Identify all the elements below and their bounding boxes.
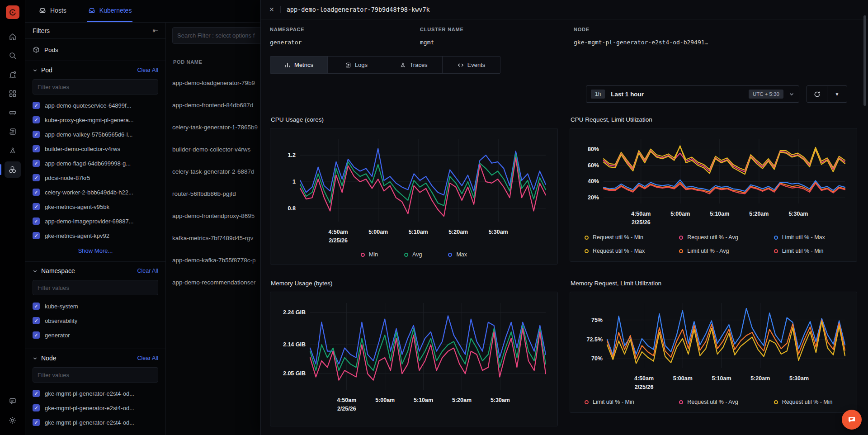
filters-title: Filters <box>33 27 50 34</box>
collapse-panel-icon[interactable]: ⇤ <box>152 27 158 35</box>
legend-item[interactable]: Request util % - Avg <box>679 234 738 241</box>
legend-item[interactable]: Max <box>448 251 467 258</box>
checkbox-checked-icon[interactable] <box>33 189 40 196</box>
filter-option-label: app-demo-valkey-575b6565d6-l... <box>45 131 132 138</box>
traces-compass-icon[interactable] <box>5 142 21 159</box>
timezone-badge[interactable]: UTC + 5:30 <box>749 90 783 99</box>
legend-item[interactable]: Request util % - Max <box>585 248 645 254</box>
tab-logs[interactable]: Logs <box>328 57 385 73</box>
hosts-drive-icon[interactable] <box>5 104 21 121</box>
legend-item[interactable]: Request util % - Min <box>585 234 643 241</box>
tab-hosts-label: Hosts <box>50 7 66 14</box>
chart-legend <box>274 414 554 424</box>
legend-item[interactable]: Min <box>361 251 378 258</box>
filter-option[interactable]: pdcsi-node-87kr5 <box>33 170 158 185</box>
legend-item[interactable]: Limit util % - Min <box>774 248 824 254</box>
svg-text:40%: 40% <box>588 178 599 184</box>
filter-option-label: kube-proxy-gke-mgmt-pl-genera... <box>45 117 134 123</box>
checkbox-checked-icon[interactable] <box>33 232 40 239</box>
chevron-down-icon[interactable] <box>33 356 38 361</box>
filter-option[interactable]: gke-mgmt-pl-generator-e2st4-od... <box>33 386 158 401</box>
checkbox-checked-icon[interactable] <box>33 303 40 310</box>
filter-option-label: app-demo-flagd-64db699998-g... <box>45 160 131 167</box>
clear-all-link[interactable]: Clear All <box>137 268 158 274</box>
tab-hosts[interactable]: Hosts <box>38 0 67 22</box>
filter-option[interactable]: gke-mgmt-pl-generator-e2st4-od... <box>33 415 158 430</box>
filter-option[interactable]: generator <box>33 328 158 342</box>
logs-scroll-icon[interactable] <box>5 123 21 140</box>
filter-option[interactable]: app-demo-imageprovider-69887... <box>33 214 158 228</box>
search-icon[interactable] <box>5 47 21 64</box>
checkbox-checked-icon[interactable] <box>33 174 40 181</box>
legend-item[interactable]: Avg <box>404 251 422 258</box>
filter-option[interactable]: gke-metrics-agent-v95bk <box>33 199 158 214</box>
tab-kubernetes[interactable]: Kubernetes <box>87 0 133 22</box>
signoz-logo[interactable] <box>6 5 19 19</box>
svg-text:5:10am: 5:10am <box>710 211 729 217</box>
drawer-scrollbar[interactable] <box>863 15 866 106</box>
tab-traces[interactable]: Traces <box>385 57 443 73</box>
home-icon[interactable] <box>5 28 21 45</box>
filter-option[interactable]: builder-demo-collector-v4rws <box>33 142 158 156</box>
checkbox-checked-icon[interactable] <box>33 218 40 225</box>
dashboards-grid-icon[interactable] <box>5 85 21 102</box>
tab-metrics[interactable]: Metrics <box>270 57 328 73</box>
legend-item[interactable]: Request util % - Min <box>774 399 833 405</box>
filter-option[interactable]: gke-mgmt-pl-generator-e2st4-od... <box>33 401 158 415</box>
filter-option[interactable]: kube-proxy-gke-mgmt-pl-genera... <box>33 113 158 127</box>
svg-text:5:20am: 5:20am <box>750 375 770 382</box>
show-more-link[interactable]: Show More... <box>33 247 158 254</box>
support-chat-fab[interactable] <box>842 410 862 430</box>
settings-gear-icon[interactable] <box>5 412 21 428</box>
support-chat-icon[interactable] <box>5 393 21 409</box>
filter-option[interactable]: app-demo-valkey-575b6565d6-l... <box>33 127 158 142</box>
kubernetes-hexagons-icon[interactable] <box>5 161 21 178</box>
checkbox-checked-icon[interactable] <box>33 102 40 109</box>
checkbox-checked-icon[interactable] <box>33 160 40 167</box>
refresh-options-caret-icon[interactable]: ▼ <box>827 86 847 102</box>
filter-values-input[interactable] <box>33 367 158 383</box>
clear-all-link[interactable]: Clear All <box>137 67 158 73</box>
filter-option[interactable]: celery-worker-2-bbb649d4b-h22... <box>33 185 158 199</box>
filters-panel: Filters ⇤ Pods Pod Clear All <box>25 23 166 435</box>
checkbox-checked-icon[interactable] <box>33 404 40 411</box>
checkbox-checked-icon[interactable] <box>33 145 40 152</box>
code-brackets-icon <box>458 62 464 68</box>
svg-text:5:00am: 5:00am <box>368 229 388 235</box>
close-icon[interactable]: ✕ <box>269 6 274 13</box>
checkbox-checked-icon[interactable] <box>33 317 40 324</box>
filter-option[interactable]: app-demo-flagd-64db699998-g... <box>33 156 158 170</box>
alerts-bell-icon[interactable] <box>5 66 21 83</box>
chevron-down-icon[interactable] <box>33 269 38 274</box>
legend-item[interactable]: Limit util % - Max <box>774 234 825 241</box>
clear-all-link[interactable]: Clear All <box>137 355 158 361</box>
legend-item[interactable]: Limit util % - Min <box>585 399 634 405</box>
filter-values-input[interactable] <box>33 280 158 295</box>
tab-events[interactable]: Events <box>443 57 500 73</box>
checkbox-checked-icon[interactable] <box>33 331 40 339</box>
chart-plot[interactable]: 20%40%60%80%4:50am2/25/265:00am5:10am5:2… <box>574 132 853 228</box>
pod-details-drawer: ✕ app-demo-loadgenerator-79b9d48f98-kwv7… <box>260 0 868 435</box>
chart-plot[interactable]: 2.05 GiB2.14 GiB2.24 GiB4:50am2/25/265:0… <box>274 296 554 414</box>
chart-title: Memory Request, Limit Utilization <box>571 280 857 287</box>
filter-option[interactable]: app-demo-quoteservice-64899f... <box>33 98 158 113</box>
filter-option[interactable]: observability <box>33 313 158 328</box>
checkbox-checked-icon[interactable] <box>33 116 40 123</box>
filter-values-input[interactable] <box>33 79 158 95</box>
filter-group-label: Namespace <box>41 267 75 274</box>
legend-item[interactable]: Request util % - Avg <box>679 399 738 405</box>
refresh-icon[interactable] <box>807 86 827 102</box>
chevron-down-icon[interactable] <box>789 91 794 97</box>
filter-option[interactable]: kube-system <box>33 299 158 313</box>
svg-text:5:30am: 5:30am <box>789 375 809 382</box>
legend-item[interactable]: Limit util % - Avg <box>679 248 729 254</box>
checkbox-checked-icon[interactable] <box>33 203 40 210</box>
chart-plot[interactable]: 0.811.24:50am2/25/265:00am5:10am5:20am5:… <box>274 132 554 246</box>
checkbox-checked-icon[interactable] <box>33 390 40 397</box>
chart-plot[interactable]: 70%72.5%75%4:50am2/25/265:00am5:10am5:20… <box>574 296 853 392</box>
checkbox-checked-icon[interactable] <box>33 131 40 138</box>
time-range-selector[interactable]: 1h Last 1 hour UTC + 5:30 <box>586 85 799 103</box>
chevron-down-icon[interactable] <box>33 68 38 73</box>
checkbox-checked-icon[interactable] <box>33 419 40 426</box>
filter-option[interactable]: gke-metrics-agent-kpv92 <box>33 228 158 243</box>
